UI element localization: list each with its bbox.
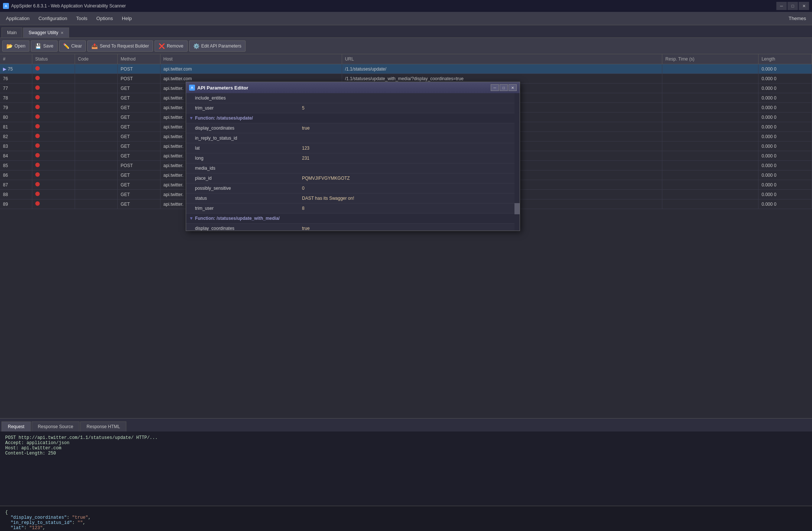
open-button[interactable]: 📂 Open xyxy=(2,40,29,52)
row-indicator-cell: 87 xyxy=(0,180,32,190)
tab-response-source[interactable]: Response Source xyxy=(32,421,79,431)
tab-swagger[interactable]: Swagger Utility ✕ xyxy=(23,27,69,38)
status-indicator xyxy=(35,153,40,157)
resptime-cell xyxy=(662,180,759,190)
row-indicator-cell: 78 xyxy=(0,93,32,103)
method-cell: POST xyxy=(117,74,160,84)
row-indicator-cell: 76 xyxy=(0,74,32,84)
close-button[interactable]: ✕ xyxy=(799,2,809,10)
resptime-cell xyxy=(662,170,759,180)
dialog-title-bar[interactable]: A API Parameters Editor ─ □ ✕ xyxy=(186,82,520,93)
param-row[interactable]: trim_user5 xyxy=(186,103,520,113)
length-cell: 0.000 0 xyxy=(759,84,812,93)
save-button[interactable]: 💾 Save xyxy=(31,40,57,52)
method-cell: GET xyxy=(117,122,160,132)
length-cell: 0.000 0 xyxy=(759,122,812,132)
param-value-cell[interactable]: true xyxy=(298,224,520,231)
param-row[interactable]: in_reply_to_status_id xyxy=(186,133,520,143)
param-name-cell: lat xyxy=(186,143,298,153)
row-indicator-cell: 80 xyxy=(0,113,32,122)
minimize-button[interactable]: ─ xyxy=(776,2,787,10)
param-row[interactable]: place_idPQMVJIFVGYMKGOTZ xyxy=(186,173,520,183)
resptime-cell xyxy=(662,74,759,84)
status-indicator xyxy=(35,105,40,109)
method-cell: GET xyxy=(117,180,160,190)
code-cell xyxy=(75,180,117,190)
param-value-cell[interactable]: 5 xyxy=(298,103,520,113)
tab-close-icon[interactable]: ✕ xyxy=(61,31,64,35)
resptime-cell xyxy=(662,122,759,132)
menu-options[interactable]: Options xyxy=(92,14,117,23)
row-indicator-cell: 83 xyxy=(0,141,32,151)
param-row[interactable]: include_entities xyxy=(186,93,520,103)
menu-configuration[interactable]: Configuration xyxy=(34,14,72,23)
tab-main[interactable]: Main xyxy=(1,27,22,38)
col-header-host: Host xyxy=(160,54,342,64)
param-value-cell[interactable] xyxy=(298,93,520,103)
resptime-cell xyxy=(662,190,759,199)
param-name-cell: status xyxy=(186,193,298,203)
menu-help[interactable]: Help xyxy=(117,14,136,23)
status-indicator xyxy=(35,172,40,177)
send-label: Send To Request Builder xyxy=(100,43,149,49)
code-cell xyxy=(75,161,117,170)
param-row[interactable]: statusDAST has its Swagger on! xyxy=(186,193,520,203)
json-line-3: "in_reply_to_status_id": "", xyxy=(5,520,807,525)
open-label: Open xyxy=(14,43,25,49)
length-cell: 0.000 0 xyxy=(759,113,812,122)
tab-response-html[interactable]: Response HTML xyxy=(80,421,126,431)
code-cell xyxy=(75,84,117,93)
param-value-cell[interactable]: DAST has its Swagger on! xyxy=(298,193,520,203)
clear-button[interactable]: ✏️ Clear xyxy=(59,40,86,52)
edit-api-params-button[interactable]: ⚙️ Edit API Parameters xyxy=(189,40,246,52)
dialog-minimize-button[interactable]: ─ xyxy=(491,84,499,91)
status-cell xyxy=(32,180,75,190)
save-label: Save xyxy=(43,43,53,49)
param-row[interactable]: possibly_sensitive0 xyxy=(186,183,520,193)
maximize-button[interactable]: □ xyxy=(787,2,798,10)
param-value-cell[interactable]: 231 xyxy=(298,153,520,163)
resptime-cell xyxy=(662,161,759,170)
param-value-cell[interactable] xyxy=(298,133,520,143)
response-tabs: Request Response Source Response HTML xyxy=(0,418,812,431)
param-row[interactable]: long231 xyxy=(186,153,520,163)
length-cell: 0.000 0 xyxy=(759,180,812,190)
status-cell xyxy=(32,103,75,113)
row-indicator-cell: 89 xyxy=(0,199,32,209)
param-row[interactable]: lat123 xyxy=(186,143,520,153)
method-cell: GET xyxy=(117,84,160,93)
send-to-request-button[interactable]: 📤 Send To Request Builder xyxy=(87,40,153,52)
host-cell: api.twitter.com xyxy=(160,64,342,74)
param-value-cell[interactable]: 8 xyxy=(298,203,520,214)
param-row[interactable]: trim_user8 xyxy=(186,203,520,214)
function-row-label: ▼Function: /statuses/update/ xyxy=(186,113,520,123)
api-params-dialog: A API Parameters Editor ─ □ ✕ include_en… xyxy=(186,82,520,231)
menu-themes[interactable]: Themes xyxy=(784,14,811,23)
length-cell: 0.000 0 xyxy=(759,161,812,170)
param-row[interactable]: display_coordinatestrue xyxy=(186,224,520,231)
param-row[interactable]: display_coordinatestrue xyxy=(186,123,520,133)
tab-request[interactable]: Request xyxy=(1,421,31,431)
dialog-maximize-button[interactable]: □ xyxy=(500,84,508,91)
remove-button[interactable]: ❌ Remove xyxy=(155,40,188,52)
dialog-scrollbar[interactable] xyxy=(514,93,520,231)
dialog-scrollbar-thumb[interactable] xyxy=(514,203,520,214)
param-row[interactable]: ▼Function: /statuses/update/ xyxy=(186,113,520,123)
param-value-cell[interactable]: PQMVJIFVGYMKGOTZ xyxy=(298,173,520,183)
param-value-cell[interactable]: true xyxy=(298,123,520,133)
table-row[interactable]: ▶75POSTapi.twitter.com/1.1/statuses/upda… xyxy=(0,64,812,74)
param-row[interactable]: ▼Function: /statuses/update_with_media/ xyxy=(186,214,520,224)
menu-tools[interactable]: Tools xyxy=(72,14,92,23)
param-value-cell[interactable]: 0 xyxy=(298,183,520,193)
row-indicator-cell: 84 xyxy=(0,151,32,161)
param-row[interactable]: media_ids xyxy=(186,163,520,173)
dialog-close-button[interactable]: ✕ xyxy=(509,84,517,91)
param-value-cell[interactable]: 123 xyxy=(298,143,520,153)
param-name-cell: media_ids xyxy=(186,163,298,173)
menu-application[interactable]: Application xyxy=(1,14,34,23)
status-indicator xyxy=(35,95,40,100)
param-value-cell[interactable] xyxy=(298,163,520,173)
param-name-cell: display_coordinates xyxy=(186,123,298,133)
code-cell xyxy=(75,170,117,180)
tab-swagger-label: Swagger Utility xyxy=(29,30,58,35)
